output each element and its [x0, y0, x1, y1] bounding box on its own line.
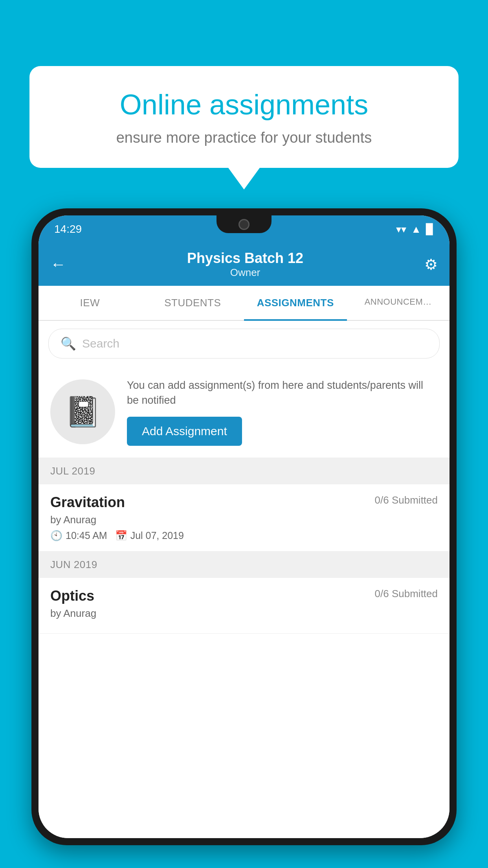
table-row[interactable]: Gravitation 0/6 Submitted by Anurag 🕙 10…: [39, 484, 449, 552]
assignment-time: 🕙 10:45 AM: [50, 530, 107, 541]
speech-bubble-title: Online assignments: [53, 88, 435, 121]
assignment-submitted: 0/6 Submitted: [375, 494, 438, 506]
table-row[interactable]: Optics 0/6 Submitted by Anurag: [39, 578, 449, 634]
app-header: ← Physics Batch 12 Owner ⚙: [39, 243, 449, 286]
signal-icon: ▲: [411, 223, 421, 235]
settings-button[interactable]: ⚙: [424, 256, 438, 273]
assignment-date: 📅 Jul 07, 2019: [115, 530, 184, 541]
phone-frame: 14:29 ▾▾ ▲ ▉ ← Physics Batch 12 Owner ⚙ …: [31, 208, 457, 845]
add-assignment-button[interactable]: Add Assignment: [127, 417, 242, 446]
assignment-name: Optics: [50, 588, 94, 604]
camera-dot: [240, 220, 248, 229]
assignment-by: by Anurag: [50, 514, 438, 526]
notebook-icon: 📓: [64, 395, 101, 429]
tab-announcements[interactable]: ANNOUNCEM…: [347, 286, 450, 320]
tab-students[interactable]: STUDENTS: [141, 286, 244, 320]
section-header-jun: JUN 2019: [39, 552, 449, 578]
speech-bubble: Online assignments ensure more practice …: [29, 66, 459, 168]
battery-icon: ▉: [426, 223, 434, 235]
content-area: 🔍 Search 📓 You can add assignment(s) fro…: [39, 321, 449, 838]
section-header-jul: JUL 2019: [39, 458, 449, 484]
phone-inner: 14:29 ▾▾ ▲ ▉ ← Physics Batch 12 Owner ⚙ …: [39, 215, 449, 838]
speech-bubble-arrow: [228, 168, 260, 189]
assignment-item-header: Optics 0/6 Submitted: [50, 588, 438, 604]
back-button[interactable]: ←: [50, 256, 66, 273]
header-title-group: Physics Batch 12 Owner: [187, 250, 303, 279]
assignment-by: by Anurag: [50, 607, 438, 620]
speech-bubble-subtitle: ensure more practice for your students: [53, 129, 435, 146]
search-bar[interactable]: 🔍 Search: [48, 329, 440, 359]
search-container: 🔍 Search: [39, 321, 449, 366]
status-icons: ▾▾ ▲ ▉: [396, 223, 434, 235]
calendar-icon: 📅: [115, 530, 127, 541]
promo-description: You can add assignment(s) from here and …: [127, 378, 438, 408]
date-value: Jul 07, 2019: [130, 530, 184, 541]
speech-bubble-container: Online assignments ensure more practice …: [29, 66, 459, 189]
tab-assignments[interactable]: ASSIGNMENTS: [244, 286, 347, 320]
tab-iew[interactable]: IEW: [39, 286, 141, 320]
assignment-name: Gravitation: [50, 494, 125, 511]
status-bar: 14:29 ▾▾ ▲ ▉: [39, 215, 449, 243]
assignment-item-header: Gravitation 0/6 Submitted: [50, 494, 438, 511]
header-title: Physics Batch 12: [187, 250, 303, 267]
clock-icon: 🕙: [50, 530, 62, 541]
promo-text-group: You can add assignment(s) from here and …: [127, 378, 438, 446]
assignment-submitted: 0/6 Submitted: [375, 588, 438, 600]
search-icon: 🔍: [61, 336, 76, 351]
phone-notch: [216, 215, 272, 233]
promo-section: 📓 You can add assignment(s) from here an…: [39, 366, 449, 458]
header-subtitle: Owner: [187, 267, 303, 279]
time-value: 10:45 AM: [66, 530, 107, 541]
search-input[interactable]: Search: [82, 337, 119, 350]
tabs-bar: IEW STUDENTS ASSIGNMENTS ANNOUNCEM…: [39, 286, 449, 321]
status-time: 14:29: [54, 223, 82, 235]
wifi-icon: ▾▾: [396, 223, 406, 235]
promo-icon-circle: 📓: [50, 379, 115, 444]
assignment-meta: 🕙 10:45 AM 📅 Jul 07, 2019: [50, 530, 438, 541]
